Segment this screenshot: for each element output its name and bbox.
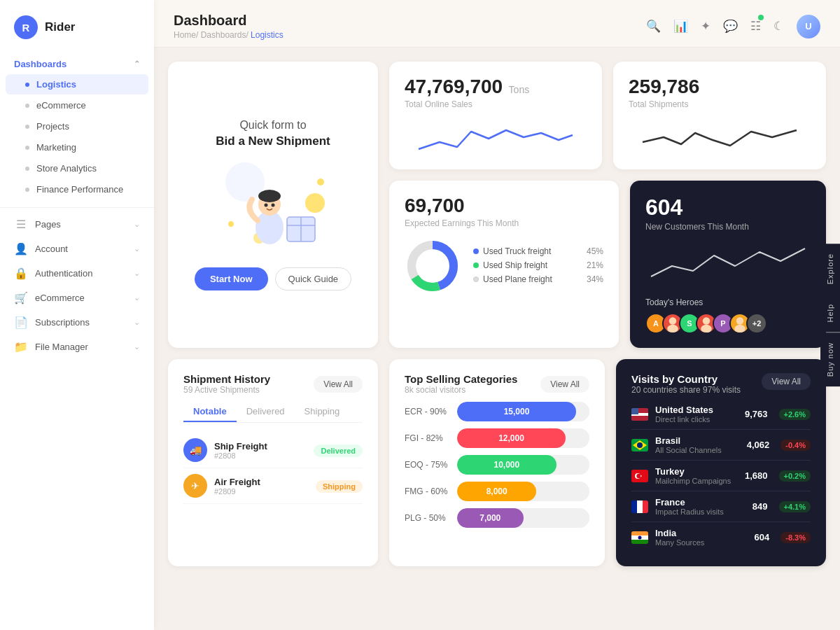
tab-delivered[interactable]: Delivered [237, 402, 295, 422]
sidebar-item-file-manager[interactable]: 📁 File Manager ⌄ [0, 335, 154, 359]
country-info-turkey: Turkey Mailchimp Campaigns [655, 466, 731, 485]
shipment-status-2: Shipping [316, 479, 363, 492]
breadcrumb-dashboards[interactable]: Dashboards/ [201, 30, 251, 40]
top-stats-row: 47,769,700 Tons Total Online Sales [389, 62, 826, 169]
selling-view-all-button[interactable]: View All [540, 376, 589, 393]
svg-point-20 [701, 325, 712, 333]
sidebar-item-finance-performance[interactable]: Finance Performance [6, 179, 148, 200]
svg-rect-26 [631, 416, 648, 421]
search-icon[interactable]: 🔍 [646, 19, 661, 34]
visits-view-all-button[interactable]: View All [762, 373, 811, 390]
selling-card-subtitle: 8k social visitors [405, 385, 517, 395]
grid-icon[interactable]: ☷ [750, 19, 761, 34]
shipment-card-subtitle: 59 Active Shipments [183, 385, 270, 395]
svg-point-30 [637, 442, 643, 448]
hero-avatars-label: Today's Heroes [645, 298, 811, 307]
sidebar-item-label: eCommerce [36, 100, 86, 111]
legend-truck: Used Truck freight 45% [473, 246, 603, 256]
ecommerce-icon: 🛒 [14, 291, 28, 304]
svg-point-1 [305, 193, 325, 213]
bar-label-plg: PLG - 50% [405, 513, 450, 523]
messages-icon[interactable]: 💬 [723, 19, 738, 34]
svg-point-21 [736, 317, 743, 324]
flag-brasil [631, 439, 648, 451]
stats-column: 47,769,700 Tons Total Online Sales [389, 62, 826, 348]
online-sales-chart [405, 118, 587, 160]
dot-icon [25, 83, 29, 87]
flag-france [631, 500, 648, 513]
auth-icon: 🔒 [14, 267, 28, 280]
illustration-svg [217, 161, 329, 252]
chevron-down-icon: ⌄ [134, 318, 140, 327]
header-right: 🔍 📊 ✦ 💬 ☷ ☾ U [646, 15, 820, 38]
shipment-view-all-button[interactable]: View All [314, 376, 363, 393]
sidebar-item-ecommerce-main[interactable]: 🛒 eCommerce ⌄ [0, 286, 154, 310]
chevron-down-icon: ⌄ [134, 269, 140, 278]
dot-icon [25, 167, 29, 171]
shipment-info-2: Air Freight #2809 [214, 477, 260, 496]
bar-fill-ecr: 15,000 [457, 402, 576, 421]
selling-title-block: Top Selling Categories 8k social visitor… [405, 373, 517, 395]
sidebar-item-logistics[interactable]: Logistics [6, 74, 148, 94]
help-button[interactable]: Help [820, 294, 840, 332]
bar-bg-eoq: 10,000 [457, 455, 589, 475]
pages-icon: ☰ [14, 218, 28, 231]
donut-number: 69,700 [405, 195, 603, 217]
flag-usa [631, 408, 648, 421]
quick-guide-button[interactable]: Quick Guide [275, 267, 352, 290]
sidebar: R Rider Dashboards ⌃ Logistics eCommerce… [0, 0, 154, 630]
chevron-down-icon: ⌄ [134, 244, 140, 253]
start-now-button[interactable]: Start Now [195, 267, 268, 290]
sidebar-item-pages[interactable]: ☰ Pages ⌄ [0, 212, 154, 237]
avatar[interactable]: U [797, 15, 820, 38]
bar-row-plg: PLG - 50% 7,000 [405, 508, 589, 528]
promo-illustration [217, 161, 329, 252]
svg-point-6 [265, 204, 268, 207]
sidebar-logo[interactable]: R Rider [0, 0, 154, 52]
sidebar-item-ecommerce[interactable]: eCommerce [6, 95, 148, 115]
hero-chart [645, 241, 811, 290]
sidebar-item-marketing[interactable]: Marketing [6, 137, 148, 158]
sidebar-item-account[interactable]: 👤 Account ⌄ [0, 237, 154, 261]
buy-now-button[interactable]: Buy now [820, 332, 840, 386]
selling-card-title: Top Selling Categories [405, 373, 517, 385]
donut-legend: Used Truck freight 45% Used Ship freight… [473, 246, 603, 288]
explore-button[interactable]: Explore [820, 244, 840, 294]
line-chart-svg [405, 118, 587, 160]
dashboards-header[interactable]: Dashboards ⌃ [0, 52, 154, 74]
country-info-brasil: Brasil All Social Channels [655, 435, 722, 454]
svg-point-11 [317, 178, 324, 186]
flag-india [631, 531, 648, 544]
donut-svg [405, 238, 461, 294]
tab-shipping[interactable]: Shipping [295, 402, 350, 422]
svg-rect-38 [631, 531, 648, 536]
bar-label-fmg: FMG - 60% [405, 486, 450, 496]
stat-card-shipments: 259,786 Total Shipments [613, 62, 826, 169]
hero-line-svg [645, 241, 811, 284]
main-content: Dashboard Home/ Dashboards/ Logistics 🔍 … [154, 0, 840, 630]
sidebar-item-label: Finance Performance [36, 184, 123, 195]
selling-bars: ECR - 90% 15,000 FGI - 82% 12,000 [405, 402, 589, 528]
settings-icon[interactable]: ✦ [701, 19, 710, 34]
svg-point-5 [258, 190, 281, 202]
subscriptions-label: Subscriptions [35, 317, 90, 328]
country-info-france: France Impact Radius visits [655, 497, 724, 516]
breadcrumb: Home/ Dashboards/ Logistics [174, 30, 284, 40]
shipment-item-1: 🚚 Ship Freight #2808 Delivered [183, 433, 363, 468]
shipment-icon-2: ✈ [183, 474, 207, 498]
stat-number-online-sales: 47,769,700 Tons [405, 76, 587, 98]
sidebar-item-subscriptions[interactable]: 📄 Subscriptions ⌄ [0, 310, 154, 335]
tab-notable[interactable]: Notable [183, 402, 237, 422]
sidebar-item-projects[interactable]: Projects [6, 116, 148, 136]
svg-point-33 [636, 473, 640, 477]
sidebar-item-store-analytics[interactable]: Store Analytics [6, 158, 148, 178]
bar-row-ecr: ECR - 90% 15,000 [405, 402, 589, 421]
page-title: Dashboard [174, 13, 284, 29]
svg-point-18 [667, 325, 678, 333]
breadcrumb-home[interactable]: Home/ [174, 30, 201, 40]
sidebar-item-label: Projects [36, 121, 69, 132]
sidebar-item-authentication[interactable]: 🔒 Authentication ⌄ [0, 261, 154, 286]
chart-icon[interactable]: 📊 [673, 19, 688, 34]
theme-icon[interactable]: ☾ [774, 19, 784, 34]
header: Dashboard Home/ Dashboards/ Logistics 🔍 … [154, 0, 840, 48]
